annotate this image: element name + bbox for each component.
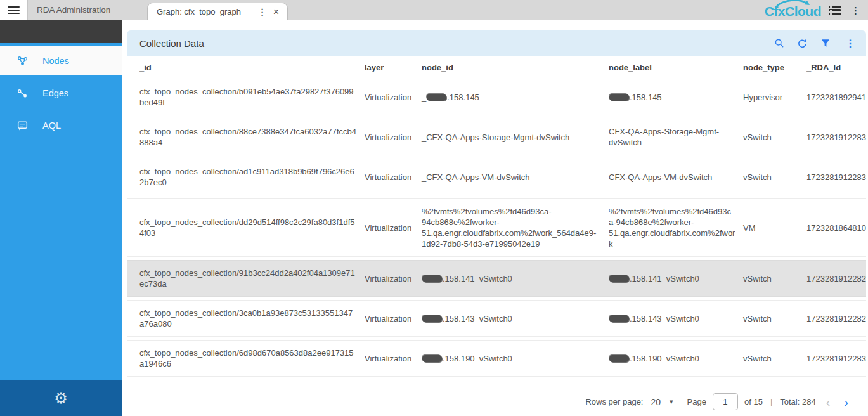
redaction-scribble xyxy=(427,94,446,101)
page-of-label: of 15 xyxy=(744,397,763,406)
cell-node_id: .158.190_vSwitch0 xyxy=(422,340,609,377)
cell-node_id: %2fvmfs%2fvolumes%2fd46d93ca-94cb868e%2f… xyxy=(422,198,609,257)
nodes-icon xyxy=(16,55,29,67)
sidebar-item-label: Nodes xyxy=(42,56,69,66)
column-header-layer[interactable]: layer xyxy=(365,59,422,75)
panel-header: Collection Data ⋮ xyxy=(127,30,866,56)
hamburger-icon xyxy=(8,4,20,16)
table-row[interactable]: cfx_topo_nodes_collection/b091eb54ae37fa… xyxy=(127,79,866,115)
table-row[interactable]: cfx_topo_nodes_collection/91b3cc24dd2a40… xyxy=(127,260,866,297)
edges-icon xyxy=(16,88,29,100)
cell-node_type: vSwitch xyxy=(743,119,806,155)
table-row[interactable]: cfx_topo_nodes_collection/ad1c911ad318b9… xyxy=(127,159,866,195)
redaction-scribble xyxy=(422,315,442,322)
cell-node_type: vSwitch xyxy=(743,340,806,377)
settings-gear-icon[interactable]: ⚙ xyxy=(54,391,68,406)
tab-close-icon[interactable]: × xyxy=(271,6,281,18)
cell-layer: Virtualization xyxy=(365,260,422,297)
sidebar-item-label: AQL xyxy=(42,120,61,131)
tab-graph-cfx-topo-graph[interactable]: Graph: cfx_topo_graph ⋮ × xyxy=(147,3,288,20)
rows-per-page-label: Rows per page: xyxy=(585,397,643,406)
column-header-id[interactable]: _id xyxy=(127,59,365,75)
cell-node_type: vSwitch xyxy=(743,159,806,195)
panel-title: Collection Data xyxy=(139,38,204,49)
rows-per-page-value[interactable]: 20 xyxy=(651,397,661,407)
app-title: RDA Administration xyxy=(37,0,110,20)
cell-layer: Virtualization xyxy=(365,300,422,337)
topbar: RDA Administration Graph: cfx_topo_graph… xyxy=(0,0,868,20)
cell-node_label: CFX-QA-Apps-Storage-Mgmt-dvSwitch xyxy=(609,119,743,155)
page-input[interactable] xyxy=(713,393,738,410)
topbar-kebab-icon[interactable]: ⋮ xyxy=(848,6,863,15)
cell-id: cfx_topo_nodes_collection/91b3cc24dd2a40… xyxy=(127,260,365,297)
cell-node_label: .158.145 xyxy=(609,79,743,115)
previous-page-chevron-icon[interactable]: ‹ xyxy=(822,396,834,408)
cell-node_id: _CFX-QA-Apps-Storage-Mgmt-dvSwitch xyxy=(422,119,609,155)
rows-per-page-caret-icon[interactable]: ▾ xyxy=(667,396,676,407)
total-label: Total: 284 xyxy=(780,397,815,406)
cell-layer: Virtualization xyxy=(365,79,422,115)
cell-node_type: vSwitch xyxy=(743,300,806,337)
sidebar-dark-header xyxy=(0,20,122,43)
table-row[interactable]: cfx_topo_nodes_collection/88ce7388e347fc… xyxy=(127,119,866,155)
redaction-scribble xyxy=(609,275,629,282)
cell-rda_id: 17232819122830 xyxy=(806,159,866,195)
cell-rda_id: 17232818929410 xyxy=(806,79,866,115)
cell-node_label: .158.190_vSwitch0 xyxy=(609,340,743,377)
filter-icon[interactable] xyxy=(820,38,831,48)
sidebar-item-edges[interactable]: Edges xyxy=(0,79,122,108)
table-row[interactable]: cfx_topo_nodes_collection/dd29d514ff98c2… xyxy=(127,198,866,257)
table-header-row: _id layer node_id node_label node_type _… xyxy=(127,59,866,75)
cell-layer: Virtualization xyxy=(365,340,422,377)
cell-node_label: .158.143_vSwitch0 xyxy=(609,300,743,337)
table-row[interactable]: cfx_topo_nodes_collection/6d98d670a8563d… xyxy=(127,340,866,377)
stack-list-icon[interactable] xyxy=(829,6,841,15)
sidebar-item-nodes[interactable]: Nodes xyxy=(0,46,122,75)
redaction-scribble xyxy=(609,94,629,101)
cell-node_label: CFX-QA-Apps-VM-dvSwitch xyxy=(609,159,743,195)
tab-kebab-icon[interactable]: ⋮ xyxy=(254,7,271,17)
column-header-rda-id[interactable]: _RDA_Id xyxy=(806,59,866,75)
sidebar-item-aql[interactable]: AQL xyxy=(0,111,122,140)
panel-header-icons: ⋮ xyxy=(774,37,857,49)
topbar-right: CfxCloud ⋮ xyxy=(765,0,863,20)
pagination-separator: | xyxy=(770,397,772,406)
cell-node_id: .158.143_vSwitch0 xyxy=(422,300,609,337)
cell-node_id: _.158.145 xyxy=(422,79,609,115)
cell-layer: Virtualization xyxy=(365,119,422,155)
search-icon[interactable] xyxy=(774,38,784,48)
collection-data-panel: Collection Data ⋮ _id layer xyxy=(127,30,866,416)
cell-rda_id: 17232819122820 xyxy=(806,300,866,337)
cell-node_label: .158.141_vSwitch0 xyxy=(609,260,743,297)
cell-rda_id: 17232819122830 xyxy=(806,119,866,155)
panel-kebab-icon[interactable]: ⋮ xyxy=(843,37,857,49)
redaction-scribble xyxy=(422,275,442,282)
next-page-chevron-icon[interactable]: › xyxy=(840,396,852,408)
aql-icon xyxy=(16,120,29,132)
page-label: Page xyxy=(687,397,706,406)
cell-node_id: .158.141_vSwitch0 xyxy=(422,260,609,297)
cfxcloud-logo: CfxCloud xyxy=(765,2,821,19)
hamburger-menu-button[interactable] xyxy=(0,0,28,20)
sidebar-footer: ⚙ xyxy=(0,380,122,416)
cell-rda_id: 17232819122830 xyxy=(806,340,866,377)
cell-layer: Virtualization xyxy=(365,159,422,195)
column-header-node-label[interactable]: node_label xyxy=(609,59,743,75)
table-row[interactable]: cfx_topo_nodes_collection/3ca0b1a93e873c… xyxy=(127,300,866,337)
column-header-node-type[interactable]: node_type xyxy=(743,59,806,75)
cell-id: cfx_topo_nodes_collection/ad1c911ad318b9… xyxy=(127,159,365,195)
logo-swirl xyxy=(775,0,812,8)
refresh-icon[interactable] xyxy=(797,38,808,49)
collection-table-wrap: _id layer node_id node_label node_type _… xyxy=(127,56,866,416)
cell-id: cfx_topo_nodes_collection/3ca0b1a93e873c… xyxy=(127,300,365,337)
cell-rda_id: 17232818648100 xyxy=(806,198,866,257)
collection-table: _id layer node_id node_label node_type _… xyxy=(127,56,866,416)
cell-id: cfx_topo_nodes_collection/88ce7388e347fc… xyxy=(127,119,365,155)
redaction-scribble xyxy=(609,315,629,322)
cell-node_id: _CFX-QA-Apps-VM-dvSwitch xyxy=(422,159,609,195)
cell-node_type: Hypervisor xyxy=(743,79,806,115)
cell-rda_id: 17232819122820 xyxy=(806,260,866,297)
tab-label: Graph: cfx_topo_graph xyxy=(157,7,254,16)
column-header-node-id[interactable]: node_id xyxy=(422,59,609,75)
sidebar: Nodes Edges AQL ⚙ xyxy=(0,43,122,416)
